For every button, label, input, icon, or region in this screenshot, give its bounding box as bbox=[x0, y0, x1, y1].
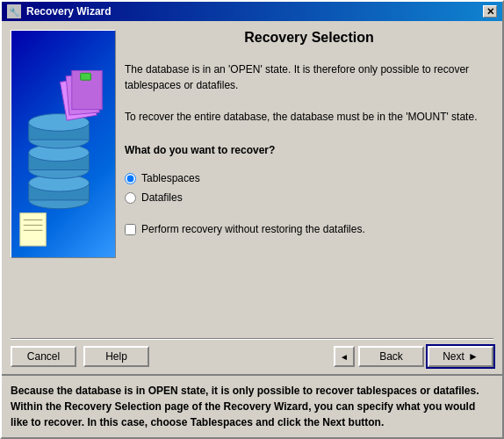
window-body: Recovery Selection The database is in an… bbox=[2, 21, 502, 437]
close-button[interactable]: ✕ bbox=[483, 5, 497, 18]
back-arrow-button[interactable]: ◄ bbox=[334, 346, 355, 367]
main-content: Recovery Selection The database is in an… bbox=[2, 21, 502, 374]
datafiles-option[interactable]: Datafiles bbox=[125, 191, 493, 204]
title-bar-left: 🔧 Recovery Wizard bbox=[7, 4, 112, 18]
content-top: Recovery Selection The database is in an… bbox=[2, 21, 502, 338]
description-line2: To recover the entire database, the data… bbox=[125, 111, 477, 123]
window-icon: 🔧 bbox=[7, 4, 21, 18]
right-panel: Recovery Selection The database is in an… bbox=[125, 30, 493, 329]
no-restore-checkbox[interactable] bbox=[125, 224, 136, 235]
title-bar: 🔧 Recovery Wizard ✕ bbox=[2, 2, 502, 21]
svg-rect-13 bbox=[20, 213, 47, 246]
next-button[interactable]: Next ► bbox=[428, 346, 493, 367]
hint-bar: Because the database is in OPEN state, i… bbox=[2, 374, 502, 437]
recovery-wizard-window: 🔧 Recovery Wizard ✕ bbox=[0, 0, 504, 439]
no-restore-checkbox-item[interactable]: Perform recovery without restoring the d… bbox=[125, 223, 493, 235]
tablespaces-radio[interactable] bbox=[125, 173, 136, 184]
page-title: Recovery Selection bbox=[125, 30, 493, 46]
button-bar: Cancel Help ◄ Back Next ► bbox=[2, 339, 502, 374]
svg-rect-12 bbox=[81, 73, 91, 80]
cancel-button[interactable]: Cancel bbox=[11, 346, 76, 367]
tablespaces-option[interactable]: Tablespaces bbox=[125, 172, 493, 184]
question-label: What do you want to recover? bbox=[125, 144, 493, 156]
help-button[interactable]: Help bbox=[83, 346, 149, 367]
window-title: Recovery Wizard bbox=[26, 5, 112, 18]
back-button[interactable]: Back bbox=[358, 346, 424, 367]
description-text: The database is in an 'OPEN' state. It i… bbox=[125, 61, 493, 125]
illustration bbox=[11, 30, 116, 258]
description-line1: The database is in an 'OPEN' state. It i… bbox=[125, 63, 469, 91]
tablespaces-label: Tablespaces bbox=[141, 172, 200, 184]
datafiles-label: Datafiles bbox=[141, 191, 183, 204]
nav-group: ◄ Back Next ► bbox=[334, 346, 493, 367]
hint-text: Because the database is in OPEN state, i… bbox=[11, 385, 479, 428]
datafiles-radio[interactable] bbox=[125, 192, 136, 204]
radio-group: Tablespaces Datafiles bbox=[125, 172, 493, 204]
next-arrow-icon: ► bbox=[468, 350, 479, 363]
no-restore-label: Perform recovery without restoring the d… bbox=[141, 223, 365, 235]
